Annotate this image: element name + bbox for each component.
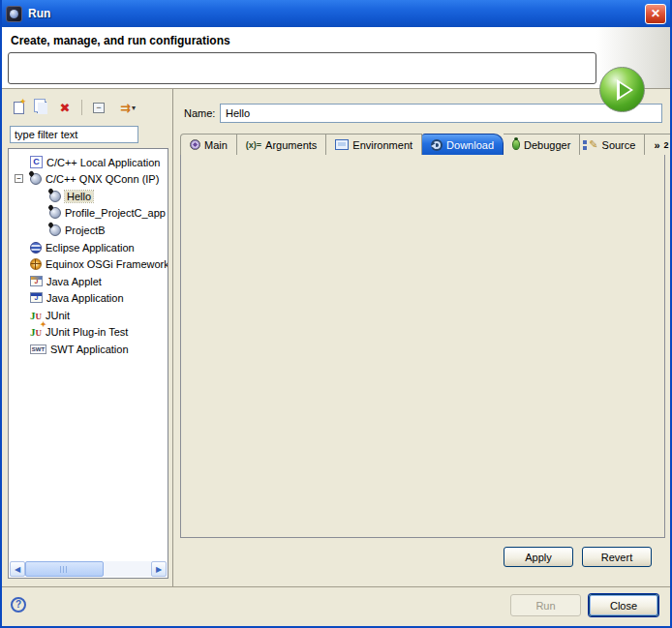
title-bar[interactable]: Run ✕: [0, 0, 672, 27]
name-label: Name:: [184, 107, 215, 119]
window-icon: [6, 6, 22, 22]
java-applet-icon: J: [30, 276, 43, 286]
filter-button[interactable]: ⇉ ▾: [111, 97, 144, 118]
config-tabs: Main (x)= Arguments Environment Download…: [180, 133, 672, 155]
close-icon[interactable]: ✕: [645, 4, 666, 24]
delete-configuration-button[interactable]: ✖: [54, 97, 76, 118]
scroll-left-icon[interactable]: ◀: [10, 561, 25, 577]
download-tab-panel: [180, 154, 665, 538]
run-button[interactable]: Run: [510, 594, 581, 616]
qnx-config-icon: [49, 207, 61, 219]
expand-toggle-icon[interactable]: −: [15, 174, 23, 183]
tab-main[interactable]: Main: [180, 134, 237, 155]
name-input[interactable]: [220, 104, 662, 123]
toolbar-separator: [81, 100, 82, 115]
tab-arguments[interactable]: (x)= Arguments: [237, 134, 326, 155]
run-dialog: Run ✕ Create, manage, and run configurat…: [0, 0, 672, 628]
java-application-icon: J: [30, 292, 43, 303]
scrollbar-thumb[interactable]: [25, 561, 104, 577]
debugger-tab-icon: [512, 139, 520, 150]
tree-item-projectb[interactable]: ProjectB: [9, 222, 168, 238]
chevron-down-icon: ▾: [132, 104, 136, 112]
tree-item-junit-plugin-test[interactable]: JU JUnit Plug-in Test: [9, 323, 168, 340]
tab-download[interactable]: Download: [422, 134, 504, 155]
filter-icon: ⇉: [120, 101, 131, 115]
message-area: [8, 52, 596, 84]
run-hero-icon: [599, 67, 645, 112]
revert-button[interactable]: Revert: [582, 547, 652, 567]
filter-input[interactable]: [10, 126, 138, 143]
duplicate-icon: [37, 102, 46, 113]
chevron-overflow-icon: »: [654, 139, 659, 151]
source-tab-icon: ✎: [589, 138, 597, 151]
swt-application-icon: SWT: [30, 344, 46, 354]
scroll-right-icon[interactable]: ▶: [151, 561, 167, 577]
eclipse-application-icon: [30, 242, 42, 254]
apply-button[interactable]: Apply: [504, 547, 573, 567]
tab-overflow-indicator[interactable]: »2: [645, 134, 672, 155]
close-button[interactable]: Close: [589, 594, 658, 616]
tab-debugger[interactable]: Debugger: [504, 134, 580, 155]
footer-separator: [2, 586, 670, 587]
configurations-tree: C C/C++ Local Application − C/C++ QNX QC…: [8, 148, 168, 579]
tree-item-swt-application[interactable]: SWT SWT Application: [9, 341, 168, 357]
tree-item-java-applet[interactable]: J Java Applet: [9, 273, 168, 289]
tree-item-profile-projectc[interactable]: Profile_ProjectC_app: [9, 204, 168, 221]
collapse-all-icon: −: [93, 103, 105, 113]
junit-plugin-icon: JU: [30, 326, 42, 338]
delete-icon: ✖: [60, 102, 71, 114]
qnx-config-icon: [49, 224, 61, 236]
configurations-toolbar: ✦ ✖ − ⇉ ▾: [8, 96, 144, 119]
duplicate-configuration-button[interactable]: [31, 97, 52, 118]
qnx-config-icon: [49, 191, 61, 202]
header-banner: Create, manage, and run configurations: [2, 27, 670, 89]
panel-divider[interactable]: [172, 89, 173, 586]
download-tab-icon: [431, 139, 443, 151]
arguments-tab-icon: (x)=: [246, 140, 261, 150]
environment-tab-icon: [335, 139, 349, 150]
tree-item-junit[interactable]: JU JUnit: [9, 307, 168, 323]
qnx-config-icon: [30, 173, 42, 185]
banner-title: Create, manage, and run configurations: [11, 34, 230, 47]
main-tab-icon: [190, 139, 200, 150]
tree-item-java-application[interactable]: J Java Application: [9, 289, 168, 306]
collapse-all-button[interactable]: −: [88, 97, 109, 118]
tab-environment[interactable]: Environment: [326, 134, 422, 155]
tree-item-hello[interactable]: Hello: [9, 188, 168, 204]
equinox-framework-icon: [30, 258, 42, 270]
tree-item-equinox-osgi[interactable]: Equinox OSGi Framework: [9, 255, 168, 272]
new-config-icon: ✦: [14, 102, 24, 114]
help-button[interactable]: ?: [11, 597, 26, 613]
new-configuration-button[interactable]: ✦: [8, 97, 29, 118]
tree-item-qnx-qconn[interactable]: − C/C++ QNX QConn (IP): [9, 170, 168, 187]
tree-horizontal-scrollbar[interactable]: ◀ ▶: [10, 561, 167, 577]
tree-item-c-local-application[interactable]: C C/C++ Local Application: [9, 154, 168, 170]
c-application-icon: C: [30, 156, 43, 168]
tab-source[interactable]: ✎ Source: [580, 134, 645, 155]
window-title: Run: [28, 7, 645, 20]
tree-item-eclipse-application[interactable]: Eclipse Application: [9, 239, 168, 255]
